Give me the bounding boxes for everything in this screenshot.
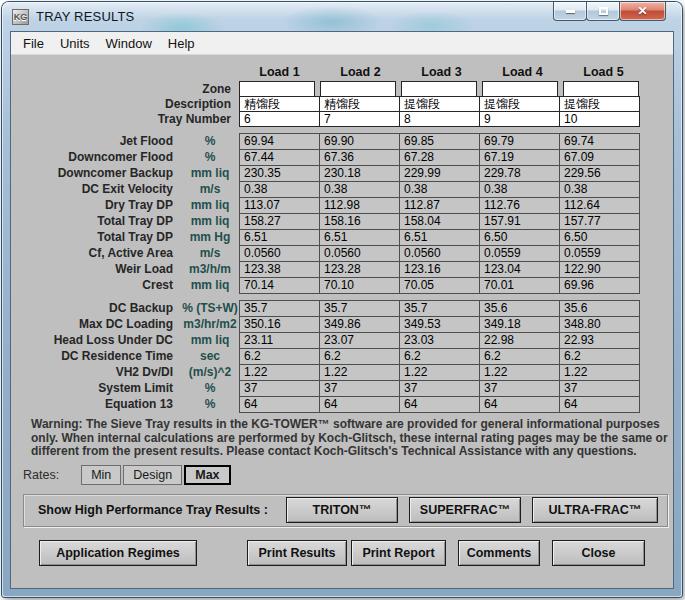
- result-cells: 1.221.221.221.221.22: [239, 364, 640, 381]
- result-value-cell: 69.96: [559, 277, 640, 294]
- zone-cell[interactable]: [239, 81, 315, 97]
- result-value-cell: 112.64: [559, 197, 640, 214]
- result-row: Downcomer Backupmm liq230.35230.18229.99…: [23, 165, 673, 182]
- result-value-cell: 158.16: [319, 213, 400, 230]
- result-value-cell: 1.22: [559, 364, 640, 381]
- result-value-cell: 113.07: [239, 197, 320, 214]
- result-label: Total Tray DP: [23, 213, 181, 230]
- app-icon: KG: [12, 9, 29, 25]
- result-value-cell: 0.38: [399, 181, 480, 198]
- footer-button-print-results[interactable]: Print Results: [247, 540, 347, 566]
- maximize-button[interactable]: [586, 2, 620, 21]
- result-value-cell: 6.2: [559, 348, 640, 365]
- result-value-cell: 64: [399, 396, 480, 413]
- description-cell[interactable]: 提馏段: [399, 96, 480, 112]
- load-header-4: Load 4: [482, 63, 563, 81]
- menu-item-file[interactable]: File: [15, 33, 52, 54]
- hp-button-superfrac[interactable]: SUPERFRAC™: [409, 497, 521, 523]
- high-performance-panel: Show High Performance Tray Results : TRI…: [23, 494, 668, 527]
- menu-item-help[interactable]: Help: [160, 33, 203, 54]
- rate-button-design[interactable]: Design: [123, 465, 182, 485]
- result-row: DC Residence Timesec6.26.26.26.26.2: [23, 348, 673, 365]
- result-unit: % (TS+W): [181, 300, 239, 317]
- result-row: Total Tray DPmm liq158.27158.16158.04157…: [23, 213, 673, 230]
- window-body: FileUnitsWindowHelp Load 1Load 2Load 3Lo…: [10, 31, 674, 589]
- description-cell[interactable]: 精馏段: [239, 96, 320, 112]
- result-row: Total Tray DPmm Hg6.516.516.516.506.50: [23, 229, 673, 246]
- zone-cell[interactable]: [401, 81, 477, 97]
- result-value-cell: 0.0559: [559, 245, 640, 262]
- result-value-cell: 1.22: [239, 364, 320, 381]
- result-value-cell: 123.16: [399, 261, 480, 278]
- result-row: Cf, Active Aream/s0.05600.05600.05600.05…: [23, 245, 673, 262]
- description-cell[interactable]: 精馏段: [319, 96, 400, 112]
- rate-button-max[interactable]: Max: [184, 465, 230, 485]
- close-icon: ✕: [637, 5, 647, 17]
- description-cell[interactable]: 提馏段: [559, 96, 640, 112]
- result-cells: 6464646464: [239, 396, 640, 413]
- result-unit: %: [181, 396, 239, 413]
- tray-number-cell[interactable]: 7: [319, 111, 400, 127]
- result-cells: 6.26.26.26.26.2: [239, 348, 640, 365]
- rate-button-min[interactable]: Min: [81, 465, 121, 485]
- description-row: Description精馏段精馏段提馏段提馏段提馏段: [23, 96, 673, 112]
- result-cells: 0.380.380.380.380.38: [239, 181, 640, 198]
- zone-cell[interactable]: [320, 81, 396, 97]
- result-cells: 113.07112.98112.87112.76112.64: [239, 197, 640, 214]
- footer-button-print-report[interactable]: Print Report: [351, 540, 446, 566]
- result-unit: mm liq: [181, 332, 239, 349]
- tray-number-row: Tray Number678910: [23, 111, 673, 127]
- titlebar[interactable]: KG TRAY RESULTS ✕: [2, 2, 682, 31]
- description-cells: 精馏段精馏段提馏段提馏段提馏段: [239, 96, 640, 112]
- result-value-cell: 22.98: [479, 332, 560, 349]
- result-value-cell: 6.2: [399, 348, 480, 365]
- minimize-button[interactable]: [553, 2, 587, 21]
- result-value-cell: 64: [239, 396, 320, 413]
- result-value-cell: 67.09: [559, 149, 640, 166]
- result-value-cell: 123.38: [239, 261, 320, 278]
- result-value-cell: 6.51: [319, 229, 400, 246]
- footer-button-application-regimes[interactable]: Application Regimes: [39, 540, 197, 566]
- menu-item-window[interactable]: Window: [98, 33, 160, 54]
- result-value-cell: 0.0560: [399, 245, 480, 262]
- result-value-cell: 23.07: [319, 332, 400, 349]
- tray-results-window: KG TRAY RESULTS ✕ FileUnitsWindowHelp Lo…: [2, 2, 682, 597]
- result-value-cell: 123.28: [319, 261, 400, 278]
- spacer: [181, 63, 239, 81]
- description-cell[interactable]: 提馏段: [479, 96, 560, 112]
- tray-number-cell[interactable]: 9: [479, 111, 560, 127]
- window-title: TRAY RESULTS: [36, 9, 134, 24]
- load-header-2: Load 2: [320, 63, 401, 81]
- result-label: Equation 13: [23, 396, 181, 413]
- result-label: Weir Load: [23, 261, 181, 278]
- hp-button-triton[interactable]: TRITON™: [286, 497, 398, 523]
- result-value-cell: 157.91: [479, 213, 560, 230]
- load-header-cells: Load 1Load 2Load 3Load 4Load 5: [239, 63, 644, 81]
- result-value-cell: 67.19: [479, 149, 560, 166]
- tray-number-cell[interactable]: 10: [559, 111, 640, 127]
- high-performance-buttons: TRITON™SUPERFRAC™ULTRA-FRAC™: [275, 497, 658, 523]
- zone-cell[interactable]: [563, 81, 639, 97]
- rates-buttons: MinDesignMax: [81, 465, 232, 485]
- zone-label: Zone: [23, 81, 239, 97]
- hp-button-ultrafrac[interactable]: ULTRA-FRAC™: [532, 497, 658, 523]
- result-value-cell: 6.2: [319, 348, 400, 365]
- footer-button-close[interactable]: Close: [552, 540, 645, 566]
- result-row: DC Exit Velocitym/s0.380.380.380.380.38: [23, 181, 673, 198]
- result-value-cell: 69.79: [479, 133, 560, 150]
- result-row: DC Backup% (TS+W)35.735.735.735.635.6: [23, 300, 673, 317]
- result-label: VH2 Dv/DI: [23, 364, 181, 381]
- result-label: Head Loss Under DC: [23, 332, 181, 349]
- tray-number-cell[interactable]: 6: [239, 111, 320, 127]
- result-value-cell: 1.22: [479, 364, 560, 381]
- close-button[interactable]: ✕: [619, 2, 666, 21]
- zone-cell[interactable]: [482, 81, 558, 97]
- results-block-2: DC Backup% (TS+W)35.735.735.735.635.6Max…: [23, 300, 673, 413]
- footer-button-comments[interactable]: Comments: [458, 540, 540, 566]
- tray-number-cell[interactable]: 8: [399, 111, 480, 127]
- result-value-cell: 67.36: [319, 149, 400, 166]
- result-value-cell: 349.18: [479, 316, 560, 333]
- menu-item-units[interactable]: Units: [52, 33, 98, 54]
- result-label: Dry Tray DP: [23, 197, 181, 214]
- result-unit: m/s: [181, 245, 239, 262]
